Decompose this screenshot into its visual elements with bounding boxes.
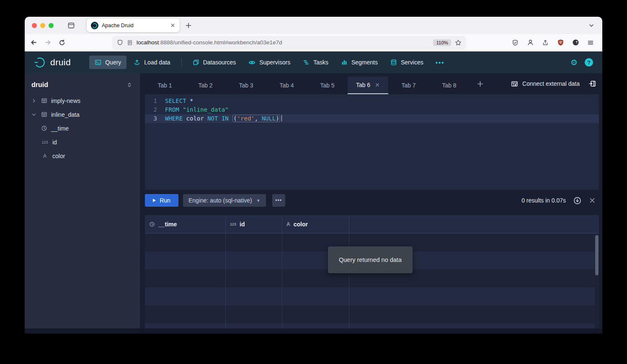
maximize-window-button[interactable] <box>49 23 54 28</box>
run-bar: Run Engine: auto (sql-native) ▼ ••• 0 re… <box>145 193 599 208</box>
nav-label: Segments <box>351 59 378 66</box>
zoom-level-badge[interactable]: 110% <box>433 39 451 46</box>
tab-close-icon[interactable] <box>375 82 380 87</box>
url-bar[interactable]: localhost:8888/unified-console.html#work… <box>112 36 466 49</box>
connect-external-data-icon <box>511 80 518 87</box>
browser-tab[interactable]: Apache Druid <box>87 18 180 32</box>
column-header-time[interactable]: __time <box>145 215 226 233</box>
nav-item-load-data[interactable]: Load data <box>128 56 175 69</box>
column-header-id[interactable]: 123 id <box>226 215 282 233</box>
nav-item-tasks[interactable]: Tasks <box>297 56 334 69</box>
permissions-shield-icon[interactable] <box>509 37 521 49</box>
text-cursor <box>281 115 282 121</box>
tab-8[interactable]: Tab 8 <box>429 77 470 94</box>
sidebar-item-imply-news[interactable]: imply-news <box>25 94 140 108</box>
tab-5[interactable]: Tab 5 <box>307 77 348 94</box>
nav-item-services[interactable]: Services <box>385 56 429 69</box>
extension-icon[interactable] <box>570 37 581 49</box>
forward-button[interactable] <box>42 37 54 49</box>
nav-label: Datasources <box>203 59 236 66</box>
nav-label: Supervisors <box>259 59 290 66</box>
scrollbar-thumb[interactable] <box>595 235 599 275</box>
string-icon: A <box>286 221 290 227</box>
result-status-text: 0 results in 0.07s <box>521 197 566 204</box>
sidebar-item-inline-data[interactable]: inline_data <box>25 108 140 121</box>
supervisors-eye-icon <box>248 59 255 66</box>
sort-icon[interactable] <box>126 82 132 88</box>
bracket-match-highlight: ('red', NULL) <box>232 115 280 122</box>
connect-external-data-button[interactable]: Connect external data <box>511 80 580 87</box>
close-results-icon[interactable] <box>589 197 596 204</box>
download-results-icon[interactable] <box>573 197 581 205</box>
browser-window: Apache Druid localho <box>25 17 602 333</box>
query-more-button[interactable]: ••• <box>272 194 285 207</box>
panel-toggle-icon[interactable] <box>589 80 596 87</box>
back-button[interactable] <box>28 37 39 49</box>
firefox-view-icon[interactable] <box>67 22 75 29</box>
nav-label: Query <box>105 59 121 66</box>
editor-line-1: 1 SELECT * <box>145 97 599 105</box>
time-icon <box>149 221 155 227</box>
tab-7[interactable]: Tab 7 <box>388 77 429 94</box>
list-all-tabs-icon[interactable] <box>588 22 595 29</box>
results-header-row: __time 123 id A color <box>145 215 599 233</box>
tab-3[interactable]: Tab 3 <box>226 77 266 94</box>
sidebar-field-time[interactable]: __time <box>25 121 140 135</box>
header-actions: ⚙ ? <box>570 58 602 67</box>
tab-2[interactable]: Tab 2 <box>185 77 226 94</box>
line-number: 2 <box>145 105 162 114</box>
tab-4[interactable]: Tab 4 <box>266 77 307 94</box>
minimize-window-button[interactable] <box>40 23 45 28</box>
engine-select[interactable]: Engine: auto (sql-native) ▼ <box>183 194 266 207</box>
line-number: 3 <box>145 114 162 123</box>
share-icon[interactable] <box>539 37 551 49</box>
settings-gear-icon[interactable]: ⚙ <box>570 59 578 67</box>
results-scrollbar[interactable] <box>595 234 599 328</box>
browser-toolbar: localhost:8888/unified-console.html#work… <box>25 34 602 51</box>
ublock-origin-icon[interactable] <box>555 37 566 49</box>
datasource-table-icon <box>41 97 48 104</box>
toolbar-extensions <box>509 37 602 49</box>
nav-item-query[interactable]: Query <box>89 56 126 69</box>
tab-close-icon[interactable] <box>170 23 175 28</box>
tab-1[interactable]: Tab 1 <box>144 77 185 94</box>
run-button[interactable]: Run <box>145 194 178 207</box>
datasource-label: imply-news <box>51 97 80 104</box>
column-header-color[interactable]: A color <box>282 215 349 233</box>
nav-label: Services <box>401 59 423 66</box>
engine-label: Engine: auto (sql-native) <box>188 197 252 204</box>
number-icon: 123 <box>41 140 49 144</box>
nav-divider <box>181 58 182 67</box>
sidebar-field-id[interactable]: 123 id <box>25 135 140 149</box>
play-icon <box>153 199 156 202</box>
nav-more-button[interactable]: ••• <box>431 59 450 66</box>
close-window-button[interactable] <box>32 23 37 28</box>
druid-logo[interactable]: druid <box>25 56 71 69</box>
bookmark-star-icon[interactable] <box>455 39 462 46</box>
help-icon[interactable]: ? <box>585 58 593 67</box>
sidebar-field-color[interactable]: A color <box>25 149 140 163</box>
nav-item-datasources[interactable]: Datasources <box>187 56 242 69</box>
druid-brand-text: druid <box>50 57 71 67</box>
datasource-sidebar: druid imply-news <box>25 73 140 328</box>
add-tab-button[interactable] <box>477 80 484 87</box>
chevron-down-icon[interactable] <box>31 112 37 117</box>
chevron-right-icon[interactable] <box>31 98 37 103</box>
nav-item-supervisors[interactable]: Supervisors <box>243 56 296 69</box>
sql-editor[interactable]: 1 SELECT * 2 FROM "inline_data" 3 WHERE … <box>145 94 599 190</box>
menu-icon[interactable] <box>585 37 596 49</box>
account-icon[interactable] <box>524 37 536 49</box>
editor-line-2: 2 FROM "inline_data" <box>145 105 599 114</box>
tasks-gantt-icon <box>303 59 310 66</box>
datasource-table-icon <box>41 111 48 118</box>
tab-6-active[interactable]: Tab 6 <box>348 77 388 94</box>
table-row <box>145 305 599 323</box>
nav-item-segments[interactable]: Segments <box>335 56 383 69</box>
site-info-page-icon[interactable] <box>127 40 133 46</box>
tracking-protection-shield-icon[interactable] <box>117 39 123 46</box>
reload-button[interactable] <box>56 37 68 49</box>
field-label: color <box>52 153 65 159</box>
query-icon <box>95 59 101 66</box>
new-tab-button[interactable] <box>185 22 192 29</box>
browser-tab-bar: Apache Druid <box>25 17 602 34</box>
